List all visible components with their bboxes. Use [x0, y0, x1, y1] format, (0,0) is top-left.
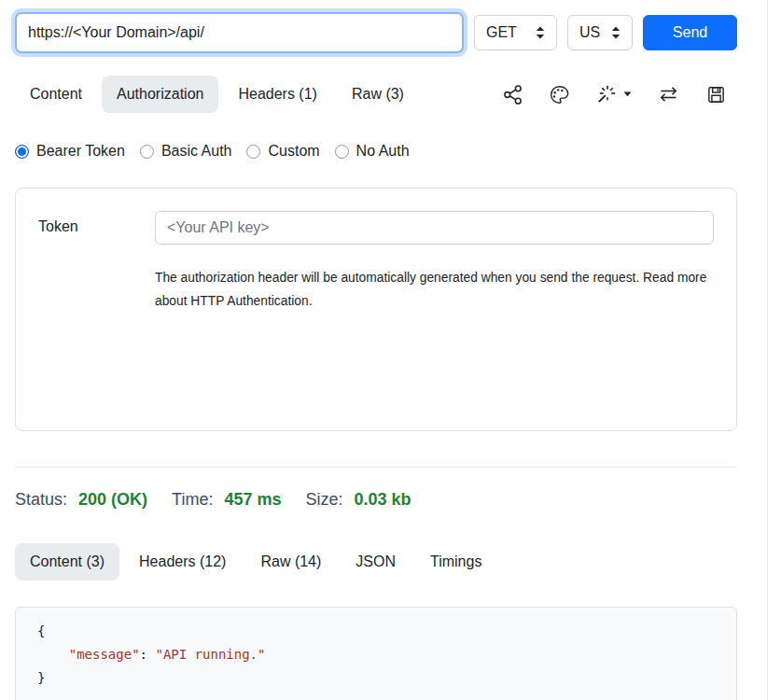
section-divider	[15, 467, 737, 468]
auth-option-label: Basic Auth	[161, 143, 232, 160]
resp-tab-headers[interactable]: Headers (12)	[124, 543, 241, 581]
auth-option-custom[interactable]: Custom	[246, 143, 319, 160]
auth-option-no-auth[interactable]: No Auth	[335, 143, 410, 160]
send-button[interactable]: Send	[643, 15, 737, 50]
token-input[interactable]	[155, 211, 714, 245]
region-select-value: US	[579, 24, 600, 41]
radio-selected-icon[interactable]	[15, 145, 29, 159]
time-label: Time:	[172, 490, 213, 509]
status-label: Status:	[15, 490, 67, 509]
tab-authorization[interactable]: Authorization	[102, 76, 218, 113]
authorization-panel: Token The authorization header will be a…	[15, 188, 737, 431]
method-select-value: GET	[486, 24, 517, 41]
response-json: { "message": "API running." }	[37, 620, 721, 690]
status-group: Status:200 (OK)	[15, 490, 147, 510]
magic-wand-icon[interactable]	[595, 83, 632, 105]
radio-unselected-icon[interactable]	[140, 145, 154, 159]
updown-arrows-icon	[536, 26, 545, 39]
auth-option-bearer-token[interactable]: Bearer Token	[15, 143, 125, 160]
share-icon[interactable]	[502, 84, 523, 105]
request-bar: GET US Send	[15, 0, 737, 53]
radio-unselected-icon[interactable]	[335, 145, 349, 159]
resp-tab-timings[interactable]: Timings	[415, 543, 496, 581]
region-select[interactable]: US	[567, 15, 633, 50]
request-tabs-row: Content Authorization Headers (1) Raw (3…	[15, 76, 737, 113]
token-label: Token	[38, 211, 155, 313]
save-icon[interactable]	[705, 84, 727, 105]
updown-arrows-icon	[611, 26, 621, 39]
api-tester-page: GET US Send Content Authorization Header…	[0, 0, 781, 700]
method-select[interactable]: GET	[474, 15, 557, 50]
time-value: 457 ms	[224, 490, 281, 509]
auth-option-label: Custom	[268, 143, 319, 160]
auth-option-label: No Auth	[356, 143, 410, 160]
auth-type-options: Bearer Token Basic Auth Custom No Auth	[15, 143, 737, 160]
url-input[interactable]	[15, 12, 464, 53]
response-body-viewer[interactable]: { "message": "API running." }	[15, 607, 737, 700]
response-status-row: Status:200 (OK) Time:457 ms Size:0.03 kb	[15, 490, 737, 510]
tab-content[interactable]: Content	[15, 76, 97, 113]
resp-tab-content[interactable]: Content (3)	[15, 543, 119, 581]
time-group: Time:457 ms	[172, 490, 281, 510]
swap-arrows-icon[interactable]	[657, 83, 680, 105]
request-tabs: Content Authorization Headers (1) Raw (3…	[15, 76, 424, 113]
auth-option-label: Bearer Token	[36, 143, 125, 160]
toolbar-icons	[502, 83, 737, 105]
radio-unselected-icon[interactable]	[246, 145, 260, 159]
tab-headers[interactable]: Headers (1)	[223, 76, 331, 113]
size-label: Size:	[305, 490, 342, 509]
right-column-divider	[767, 0, 768, 700]
response-tabs: Content (3) Headers (12) Raw (14) JSON T…	[15, 543, 737, 581]
auth-option-basic-auth[interactable]: Basic Auth	[140, 143, 232, 160]
status-value: 200 (OK)	[78, 490, 147, 509]
tab-raw[interactable]: Raw (3)	[337, 76, 419, 113]
resp-tab-json[interactable]: JSON	[341, 543, 411, 581]
token-help-text: The authorization header will be automat…	[155, 266, 714, 313]
palette-icon[interactable]	[549, 84, 570, 105]
size-group: Size:0.03 kb	[305, 490, 411, 510]
resp-tab-raw[interactable]: Raw (14)	[245, 543, 336, 581]
size-value: 0.03 kb	[355, 490, 411, 509]
